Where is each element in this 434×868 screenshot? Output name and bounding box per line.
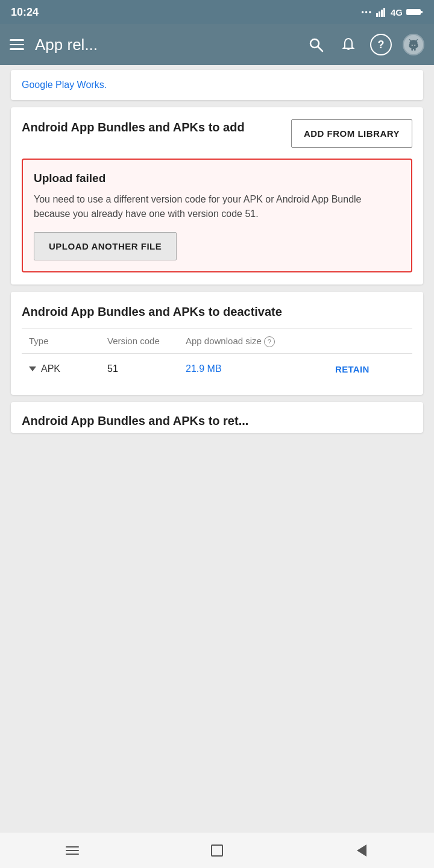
deactivate-title: Android App Bundles and APKs to deactiva… (22, 304, 412, 319)
svg-line-8 (318, 47, 323, 52)
table-header: Type Version code App download size ? (22, 329, 412, 353)
bottom-back-button[interactable] (350, 838, 374, 863)
avatar-icon (407, 38, 420, 51)
avatar-button[interactable] (403, 34, 424, 55)
upload-another-file-button[interactable]: UPLOAD ANOTHER FILE (34, 232, 177, 260)
col-download-size-cell[interactable]: 21.9 MB (186, 363, 335, 374)
svg-rect-10 (409, 45, 411, 48)
add-library-label: Android App Bundles and APKs to add (22, 119, 281, 135)
col-action-header (335, 336, 407, 347)
add-from-library-card: Android App Bundles and APKs to add ADD … (11, 107, 423, 285)
retain-button[interactable]: RETAIN (335, 364, 407, 374)
battery-icon (406, 8, 423, 16)
google-play-works-link[interactable]: Google Play Works. (22, 80, 107, 90)
svg-rect-5 (407, 10, 420, 14)
col-version-header: Version code (107, 336, 186, 347)
nav-title: App rel... (35, 36, 294, 54)
svg-point-18 (410, 40, 418, 45)
svg-rect-3 (383, 8, 385, 17)
bottom-menu-button[interactable] (60, 838, 84, 863)
apk-type-label: APK (41, 363, 60, 374)
svg-rect-2 (381, 10, 383, 17)
partial-top-card: Google Play Works. (11, 70, 423, 100)
col-type-cell[interactable]: APK (29, 363, 107, 374)
status-bar: 10:24 ••• 4G (0, 0, 434, 24)
svg-rect-0 (376, 13, 378, 17)
help-icon: ? (378, 39, 385, 51)
col-version-cell: 51 (107, 363, 186, 374)
help-button[interactable]: ? (370, 34, 392, 55)
error-title: Upload failed (34, 172, 400, 185)
bottom-partial-title: Android App Bundles and APKs to ret... (22, 414, 412, 428)
svg-rect-12 (411, 48, 413, 51)
nav-bar: App rel... ? (0, 24, 434, 65)
svg-rect-11 (417, 45, 418, 48)
download-size-help-icon[interactable]: ? (264, 336, 275, 347)
menu-icon (66, 846, 79, 855)
home-icon (211, 844, 223, 857)
chevron-down-icon[interactable] (29, 366, 36, 371)
col-type-header: Type (29, 336, 107, 347)
bottom-home-button[interactable] (205, 838, 229, 863)
col-download-size-header: App download size ? (186, 336, 335, 347)
add-from-library-button[interactable]: ADD FROM LIBRARY (291, 119, 412, 148)
main-content: Google Play Works. Android App Bundles a… (0, 65, 434, 832)
bottom-nav (0, 832, 434, 868)
hamburger-menu-icon[interactable] (10, 39, 24, 50)
svg-rect-1 (379, 11, 380, 17)
notifications-button[interactable] (338, 34, 359, 55)
signal-bars-icon (376, 7, 387, 17)
add-library-section: Android App Bundles and APKs to add ADD … (22, 119, 412, 148)
search-button[interactable] (305, 34, 327, 55)
error-box: Upload failed You need to use a differen… (22, 159, 412, 272)
network-type-label: 4G (391, 7, 403, 17)
deactivate-card: Android App Bundles and APKs to deactiva… (11, 292, 423, 395)
status-icons: ••• 4G (361, 7, 423, 17)
table-row: APK 51 21.9 MB RETAIN (22, 354, 412, 383)
signal-dots-icon: ••• (361, 8, 373, 16)
error-message: You need to use a different version code… (34, 192, 400, 221)
svg-rect-13 (414, 48, 416, 51)
status-time: 10:24 (11, 6, 39, 19)
bottom-partial-card: Android App Bundles and APKs to ret... (11, 402, 423, 433)
back-icon (357, 844, 366, 857)
svg-rect-6 (421, 11, 423, 13)
